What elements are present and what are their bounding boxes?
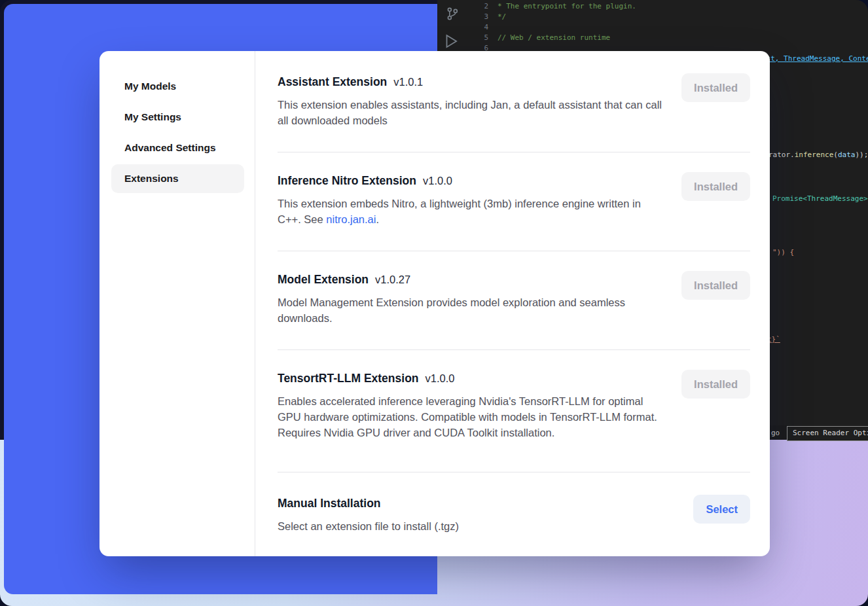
sidebar-item-advanced-settings[interactable]: Advanced Settings: [111, 134, 244, 162]
extension-description: This extension enables assistants, inclu…: [278, 97, 664, 128]
installed-button[interactable]: Installed: [681, 172, 750, 201]
extension-version: v1.0.27: [375, 274, 410, 285]
screen-reader-status-chip[interactable]: Screen Reader Optimized: [787, 426, 868, 441]
code-string: ")) {: [772, 248, 794, 257]
manual-installation-row: Manual Installation Select an extension …: [278, 472, 750, 547]
code-comment: * The entrypoint for the plugin.: [497, 2, 636, 10]
section-name: Manual Installation: [278, 497, 381, 510]
extension-description: This extension embeds Nitro, a lightweig…: [278, 196, 664, 227]
extension-description: Model Management Extension provides mode…: [278, 294, 664, 326]
code-comment: */: [497, 12, 506, 21]
installed-button[interactable]: Installed: [681, 370, 750, 399]
extension-title: TensortRT-LLM Extensionv1.0.0: [278, 370, 664, 387]
description-text: .: [376, 213, 379, 225]
extension-row-nitro: Inference Nitro Extensionv1.0.0 This ext…: [278, 152, 750, 251]
sidebar-item-my-settings[interactable]: My Settings: [111, 103, 244, 132]
extension-version: v1.0.0: [423, 175, 452, 187]
select-file-button[interactable]: Select: [693, 495, 750, 524]
code-lines: * The entrypoint for the plugin. */ // W…: [497, 1, 868, 54]
settings-modal: My Models My Settings Advanced Settings …: [99, 51, 770, 556]
extension-title: Model Extensionv1.0.27: [278, 271, 664, 288]
extension-name: TensortRT-LLM Extension: [278, 372, 419, 385]
extension-version: v1.0.1: [393, 76, 423, 88]
line-numbers: 2 3 4 5 6: [471, 1, 488, 54]
code-fragment-promise: Promise<ThreadMessage>: [772, 194, 868, 204]
extension-row-assistant: Assistant Extensionv1.0.1 This extension…: [278, 54, 750, 152]
code-variable: data: [838, 151, 856, 159]
code-text: rator.: [769, 151, 795, 159]
code-paren: ));: [855, 151, 868, 159]
settings-sidebar: My Models My Settings Advanced Settings …: [99, 51, 255, 556]
extension-description: Enables accelerated inference leveraging…: [278, 393, 664, 440]
code-type: Promise<ThreadMessage>: [772, 194, 868, 203]
extension-name: Model Extension: [278, 273, 369, 286]
sidebar-item-extensions[interactable]: Extensions: [111, 164, 244, 193]
manual-installation-description: Select an extension file to install (.tg…: [278, 518, 459, 534]
run-icon[interactable]: [443, 33, 460, 53]
sidebar-item-my-models[interactable]: My Models: [111, 72, 244, 101]
code-fragment-inference: rator.inference(data));: [769, 150, 868, 160]
extension-title: Inference Nitro Extensionv1.0.0: [278, 172, 664, 189]
extension-row-model: Model Extensionv1.0.27 Model Management …: [278, 251, 750, 350]
code-fragment-string: ")) {: [772, 247, 794, 258]
code-function: inference: [795, 151, 834, 159]
extensions-panel: Assistant Extensionv1.0.1 This extension…: [255, 51, 770, 556]
extension-row-tensorrt: TensortRT-LLM Extensionv1.0.0 Enables ac…: [278, 350, 750, 472]
source-control-icon[interactable]: [445, 7, 460, 24]
manual-installation-title: Manual Installation: [278, 495, 459, 512]
extension-title: Assistant Extensionv1.0.1: [278, 73, 664, 90]
extension-name: Assistant Extension: [278, 75, 387, 88]
code-paren: (: [833, 151, 838, 159]
status-language-label: go: [771, 428, 780, 438]
installed-button[interactable]: Installed: [681, 73, 750, 102]
extension-version: v1.0.0: [425, 372, 455, 384]
code-comment: // Web / extension runtime: [497, 33, 610, 42]
installed-button[interactable]: Installed: [681, 271, 750, 300]
screenshot-canvas: 2 3 4 5 6 * The entrypoint for the plugi…: [0, 0, 868, 606]
nitro-jan-ai-link[interactable]: nitro.jan.ai: [326, 213, 376, 225]
extension-name: Inference Nitro Extension: [278, 174, 416, 187]
